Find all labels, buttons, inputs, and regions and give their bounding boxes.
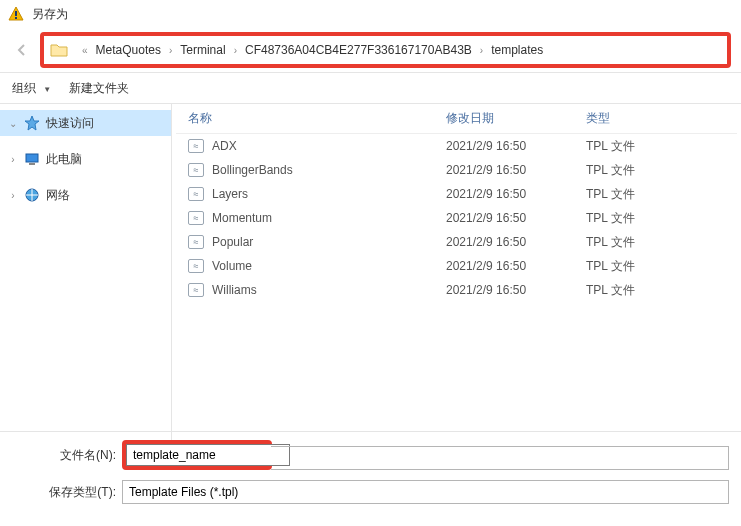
file-modified: 2021/2/9 16:50	[446, 139, 586, 153]
file-name: Williams	[212, 283, 257, 297]
file-icon: ≈	[188, 235, 204, 249]
filename-highlight	[122, 440, 272, 470]
table-row[interactable]: ≈Williams2021/2/9 16:50TPL 文件	[176, 278, 737, 302]
file-type: TPL 文件	[586, 258, 686, 275]
file-icon: ≈	[188, 187, 204, 201]
filename-row: 文件名(N):	[12, 440, 729, 470]
file-list: 名称 修改日期 类型 ≈ADX2021/2/9 16:50TPL 文件≈Boll…	[172, 104, 741, 456]
header-name[interactable]: 名称	[176, 110, 446, 127]
breadcrumb[interactable]: « MetaQuotes › Terminal › CF48736A04CB4E…	[40, 32, 731, 68]
star-icon	[24, 115, 40, 131]
filename-input[interactable]	[126, 444, 290, 466]
svg-rect-2	[15, 17, 17, 19]
file-icon: ≈	[188, 163, 204, 177]
file-type: TPL 文件	[586, 138, 686, 155]
file-type: TPL 文件	[586, 186, 686, 203]
network-icon	[24, 187, 40, 203]
file-type: TPL 文件	[586, 234, 686, 251]
window-title: 另存为	[32, 6, 68, 23]
table-row[interactable]: ≈Momentum2021/2/9 16:50TPL 文件	[176, 206, 737, 230]
file-modified: 2021/2/9 16:50	[446, 187, 586, 201]
header-type[interactable]: 类型	[586, 110, 686, 127]
address-bar-row: « MetaQuotes › Terminal › CF48736A04CB4E…	[0, 28, 741, 72]
file-icon: ≈	[188, 139, 204, 153]
chevron-down-icon[interactable]: ⌄	[8, 118, 18, 129]
svg-rect-5	[29, 163, 35, 165]
chevron-right-icon[interactable]: ›	[8, 154, 18, 165]
file-name: Momentum	[212, 211, 272, 225]
table-row[interactable]: ≈Volume2021/2/9 16:50TPL 文件	[176, 254, 737, 278]
svg-rect-1	[15, 11, 17, 16]
main-area: ⌄ 快速访问 › 此电脑 › 网络 名称 修改日期 类型	[0, 104, 741, 456]
file-name: Layers	[212, 187, 248, 201]
chevron-right-icon[interactable]: ›	[8, 190, 18, 201]
file-name: BollingerBands	[212, 163, 293, 177]
header-modified[interactable]: 修改日期	[446, 110, 586, 127]
sidebar-item-label: 网络	[46, 187, 70, 204]
folder-icon	[50, 43, 68, 57]
file-modified: 2021/2/9 16:50	[446, 259, 586, 273]
table-row[interactable]: ≈ADX2021/2/9 16:50TPL 文件	[176, 134, 737, 158]
breadcrumb-prefix: «	[76, 45, 94, 56]
save-footer: 文件名(N): 保存类型(T):	[0, 431, 741, 526]
nav-back-button[interactable]	[10, 38, 34, 62]
sidebar-item-label: 此电脑	[46, 151, 82, 168]
organize-button[interactable]: 组织 ▼	[12, 80, 51, 97]
savetype-row: 保存类型(T):	[12, 480, 729, 504]
list-header: 名称 修改日期 类型	[176, 104, 737, 134]
chevron-right-icon: ›	[163, 45, 178, 56]
organize-label: 组织	[12, 81, 36, 95]
chevron-right-icon: ›	[228, 45, 243, 56]
file-name: Volume	[212, 259, 252, 273]
file-icon: ≈	[188, 259, 204, 273]
filename-label: 文件名(N):	[12, 447, 122, 464]
title-bar: 另存为	[0, 0, 741, 28]
breadcrumb-segment[interactable]: MetaQuotes	[94, 43, 163, 57]
new-folder-button[interactable]: 新建文件夹	[69, 80, 129, 97]
new-folder-label: 新建文件夹	[69, 81, 129, 95]
breadcrumb-segment[interactable]: Terminal	[178, 43, 227, 57]
sidebar-item-quick-access[interactable]: ⌄ 快速访问	[0, 110, 171, 136]
svg-rect-4	[26, 154, 38, 162]
sidebar-item-network[interactable]: › 网络	[0, 182, 171, 208]
file-modified: 2021/2/9 16:50	[446, 283, 586, 297]
file-type: TPL 文件	[586, 282, 686, 299]
file-name: Popular	[212, 235, 253, 249]
savetype-select[interactable]	[122, 480, 729, 504]
sidebar: ⌄ 快速访问 › 此电脑 › 网络	[0, 104, 172, 456]
chevron-down-icon: ▼	[43, 85, 51, 94]
file-modified: 2021/2/9 16:50	[446, 211, 586, 225]
breadcrumb-segment[interactable]: templates	[489, 43, 545, 57]
file-type: TPL 文件	[586, 162, 686, 179]
file-modified: 2021/2/9 16:50	[446, 163, 586, 177]
table-row[interactable]: ≈Popular2021/2/9 16:50TPL 文件	[176, 230, 737, 254]
file-type: TPL 文件	[586, 210, 686, 227]
table-row[interactable]: ≈BollingerBands2021/2/9 16:50TPL 文件	[176, 158, 737, 182]
file-modified: 2021/2/9 16:50	[446, 235, 586, 249]
sidebar-item-this-pc[interactable]: › 此电脑	[0, 146, 171, 172]
toolbar: 组织 ▼ 新建文件夹	[0, 72, 741, 104]
file-icon: ≈	[188, 283, 204, 297]
breadcrumb-segment[interactable]: CF48736A04CB4E277F336167170AB43B	[243, 43, 474, 57]
pc-icon	[24, 151, 40, 167]
savetype-label: 保存类型(T):	[12, 484, 122, 501]
svg-marker-3	[25, 116, 39, 130]
sidebar-item-label: 快速访问	[46, 115, 94, 132]
app-icon	[8, 6, 24, 22]
table-row[interactable]: ≈Layers2021/2/9 16:50TPL 文件	[176, 182, 737, 206]
file-name: ADX	[212, 139, 237, 153]
chevron-right-icon: ›	[474, 45, 489, 56]
file-icon: ≈	[188, 211, 204, 225]
